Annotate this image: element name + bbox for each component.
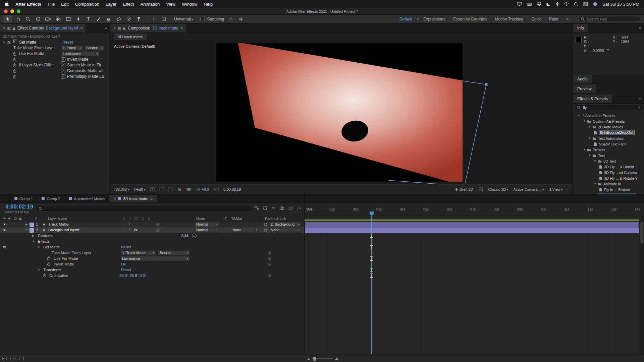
effect-reset-button[interactable]: Reset bbox=[62, 40, 73, 45]
take-matte-channel-dropdown[interactable]: Source▾ bbox=[158, 250, 190, 255]
motion-blur-switch[interactable]: ◎ bbox=[156, 222, 160, 227]
zoom-slider-thumb[interactable] bbox=[313, 357, 316, 361]
tree-row[interactable]: ▼ * Animation Presets bbox=[573, 113, 644, 118]
column-mode[interactable]: Mode bbox=[196, 216, 205, 221]
column-t[interactable]: T bbox=[225, 216, 227, 221]
twirl-open-icon[interactable]: ▼ bbox=[588, 154, 591, 157]
panel-menu-icon[interactable]: ≡ bbox=[636, 95, 644, 103]
moon-icon[interactable] bbox=[546, 2, 551, 6]
stopwatch-icon[interactable] bbox=[47, 256, 51, 260]
timeline-graph-area[interactable]: :00s 01s 02s 03s 04s 05s 06s 07s 08s 09s… bbox=[305, 203, 644, 355]
invert-matte-value[interactable]: On bbox=[121, 261, 126, 267]
collapse-switch[interactable]: · bbox=[123, 227, 124, 233]
toggle-inout-columns-icon[interactable] bbox=[19, 356, 24, 361]
resolution-dropdown[interactable]: (Half)▾ bbox=[134, 187, 145, 191]
column-parent-link[interactable]: Parent & Link bbox=[265, 216, 286, 221]
add-button[interactable]: ▸ bbox=[192, 234, 197, 238]
zoom-slider-track[interactable] bbox=[312, 358, 333, 359]
tree-row[interactable]: ▼ Custom AE Presets bbox=[573, 118, 644, 124]
keyboard-icon[interactable] bbox=[527, 2, 532, 6]
workspace-expressions[interactable]: Expressions bbox=[420, 17, 449, 21]
use-for-matte-dropdown[interactable]: Luminance▾ bbox=[120, 256, 190, 261]
close-icon[interactable]: × bbox=[113, 26, 116, 31]
workspace-menu-icon[interactable]: ≡ bbox=[417, 17, 419, 21]
clone-stamp-tool[interactable] bbox=[104, 15, 113, 22]
invert-matte-checkbox[interactable]: ✓ bbox=[61, 57, 65, 62]
frame-blending-icon[interactable] bbox=[280, 206, 284, 210]
orientation-value[interactable]: 36.0°,28.8°,0.0° bbox=[119, 273, 147, 279]
blend-mode-dropdown[interactable]: Normal▾ bbox=[195, 222, 219, 227]
selection-tool[interactable] bbox=[3, 15, 12, 22]
trkmat-dropdown[interactable]: None▾ bbox=[231, 228, 259, 233]
constant-icon[interactable]: ◎ bbox=[268, 261, 271, 267]
type-tool[interactable]: T bbox=[84, 15, 93, 22]
layer-color-swatch[interactable] bbox=[30, 223, 34, 227]
twirl-closed-icon[interactable]: ▶ bbox=[25, 222, 28, 227]
graph-editor-icon[interactable] bbox=[297, 206, 302, 210]
magnification-dropdown[interactable]: (38.3%)▾ bbox=[114, 187, 129, 191]
constant-icon[interactable]: ◎ bbox=[268, 256, 271, 261]
take-matte-layer-dropdown[interactable]: 1. Track▾ bbox=[61, 46, 83, 51]
layer-name[interactable]: Background layerf bbox=[48, 227, 79, 233]
zoom-out-icon[interactable] bbox=[307, 358, 310, 360]
timeline-tab-comp2[interactable]: Comp 2 bbox=[37, 195, 64, 202]
viewer-tab[interactable]: 3D track matte bbox=[114, 34, 147, 40]
take-matte-layer-dropdown[interactable]: 1. Track Matte▾ bbox=[120, 250, 156, 255]
column-trkmat[interactable]: TrkMat bbox=[231, 216, 242, 221]
workspace-motion-tracking[interactable]: Motion Tracking bbox=[491, 17, 527, 21]
rectangle-tool[interactable] bbox=[64, 15, 72, 22]
quality-switch[interactable]: / bbox=[129, 227, 130, 233]
layer-color-swatch[interactable] bbox=[30, 228, 34, 233]
audio-panel-tab[interactable]: Audio bbox=[573, 75, 592, 83]
twirl-open-icon[interactable]: ▼ bbox=[32, 239, 35, 244]
twirl-open-icon[interactable]: ▼ bbox=[25, 227, 28, 233]
property-row-orientation[interactable]: Orientation 36.0°,28.8°,0.0° ◎ bbox=[0, 273, 304, 279]
twirl-open-icon[interactable]: ▼ bbox=[594, 160, 596, 163]
twirl-open-icon[interactable]: ▼ bbox=[38, 267, 40, 273]
control-center-icon[interactable] bbox=[583, 2, 588, 6]
menu-effect[interactable]: Effect bbox=[123, 2, 134, 7]
apple-menu-icon[interactable] bbox=[5, 2, 9, 7]
dropbox-icon[interactable] bbox=[537, 2, 541, 6]
twirl-open-icon[interactable]: ▼ bbox=[588, 125, 591, 128]
use-for-matte-dropdown[interactable]: Luminance▾ bbox=[61, 51, 99, 56]
collapse-switch[interactable]: · bbox=[123, 222, 124, 227]
twirl-open-icon[interactable]: ▼ bbox=[3, 40, 5, 45]
constant-icon[interactable]: ◎ bbox=[268, 273, 271, 279]
column-layer-name[interactable]: Layer Name bbox=[48, 216, 67, 221]
region-of-interest-icon[interactable] bbox=[168, 187, 173, 191]
panel-overflow-icon[interactable]: » bbox=[102, 24, 110, 33]
workspace-paint[interactable]: Paint bbox=[545, 17, 562, 21]
panel-menu-icon[interactable]: ≡ bbox=[150, 196, 153, 201]
workspace-overflow-icon[interactable]: » bbox=[562, 17, 572, 21]
constant-icon[interactable]: ◎ bbox=[268, 250, 271, 256]
anchor-grid-icon[interactable] bbox=[159, 15, 168, 22]
menubar-clock[interactable]: Sat Jul 10 3:50 PM bbox=[602, 2, 639, 7]
blend-mode-dropdown[interactable]: Normal▾ bbox=[195, 228, 219, 233]
premultiply-matte-checkbox[interactable]: ✓ bbox=[61, 74, 65, 79]
zoom-in-icon[interactable] bbox=[335, 357, 339, 360]
workspace-default[interactable]: Default bbox=[396, 17, 416, 21]
tree-row[interactable]: Fly In ... Bottom bbox=[573, 187, 644, 192]
property-row-contents[interactable]: ▶ Contents Add: ▸ bbox=[0, 233, 304, 239]
wifi-icon[interactable] bbox=[564, 2, 569, 6]
tree-row[interactable]: 3D Fly ...nd Camera bbox=[573, 170, 644, 175]
motion-blur-icon[interactable] bbox=[288, 206, 293, 210]
twirl-closed-icon[interactable]: ▶ bbox=[32, 233, 34, 239]
twirl-open-icon[interactable]: ▼ bbox=[38, 244, 40, 250]
menu-window[interactable]: Window bbox=[182, 2, 197, 7]
property-row-take-matte[interactable]: Take Matte From Layer 1. Track Matte▾ So… bbox=[0, 250, 304, 256]
reset-button[interactable]: Reset bbox=[121, 244, 131, 250]
layer-name[interactable]: Track Matte bbox=[48, 222, 68, 227]
grid-options-icon[interactable] bbox=[236, 15, 245, 22]
camera-view-dropdown[interactable]: Active Camera ...▾ bbox=[514, 187, 544, 191]
close-window-button[interactable] bbox=[4, 9, 8, 13]
tree-row[interactable]: ▼ 2D Auto Moves bbox=[573, 124, 644, 130]
twirl-open-icon[interactable]: ▼ bbox=[583, 120, 586, 123]
eye-icon[interactable] bbox=[2, 229, 7, 232]
tree-row[interactable]: ▼ Text Automation bbox=[573, 135, 644, 141]
stretch-matte-checkbox[interactable]: ✓ bbox=[61, 63, 65, 67]
timeline-tab-comp1[interactable]: Comp 1 bbox=[10, 195, 37, 202]
eraser-tool[interactable] bbox=[114, 15, 123, 22]
axis-mode-icon[interactable] bbox=[149, 15, 158, 22]
